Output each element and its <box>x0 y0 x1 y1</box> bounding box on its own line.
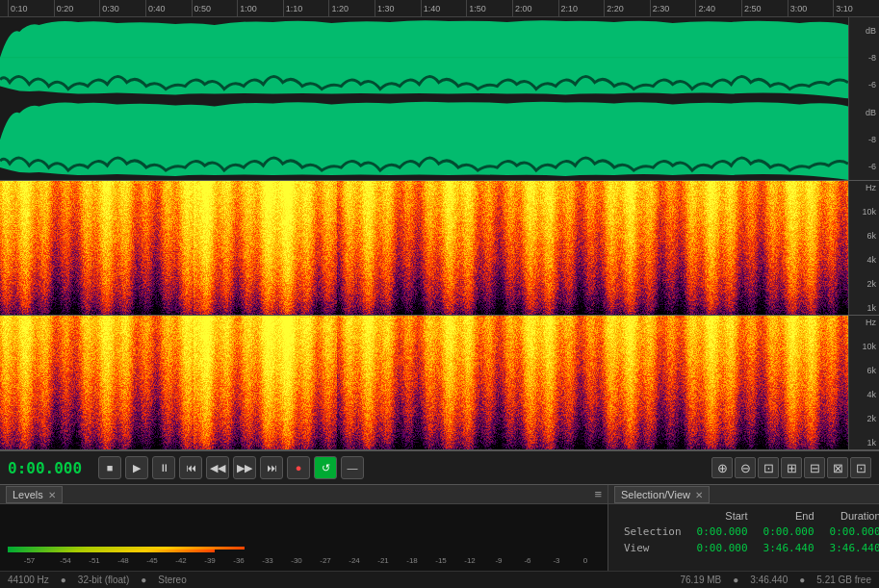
ruler-mark: 1:40 <box>421 0 467 16</box>
play-button[interactable]: ▶ <box>125 456 148 479</box>
selection-view-tab-label: Selection/View <box>621 489 690 500</box>
ruler-mark: 1:00 <box>237 0 283 16</box>
zoom-sel-button[interactable]: ⊞ <box>781 457 802 478</box>
separator3: ● <box>733 575 738 585</box>
levels-header: Levels ✕ ≡ <box>0 485 608 504</box>
hz-label-4k2: 4k <box>866 390 876 399</box>
ruler-mark: 0:30 <box>99 0 145 16</box>
zoom-fit-button[interactable]: ⊡ <box>758 457 779 478</box>
hz-label-4k1: 4k <box>866 255 876 265</box>
level-mark: -57 <box>8 556 51 565</box>
sv-selection-row: Selection 0:00.000 0:00.000 0:00.000 <box>616 524 879 540</box>
next-button[interactable]: ▶▶ <box>233 456 256 479</box>
ruler-mark: 2:20 <box>604 0 650 16</box>
level-mark: -36 <box>224 556 253 565</box>
skip-start-button[interactable]: ⏮ <box>179 456 202 479</box>
level-mark: -18 <box>398 556 427 565</box>
level-mark: -51 <box>80 556 109 565</box>
levels-content: -57 -54 -51 -48 -45 -42 -39 -36 -33 -30 … <box>0 504 608 571</box>
sv-selection-end[interactable]: 0:00.000 <box>756 524 822 540</box>
channels: Stereo <box>158 575 186 585</box>
sv-view-row: View 0:00.000 3:46.440 3:46.440 <box>616 540 879 556</box>
spectrogram-1: Hz 10k 6k 4k 2k 1k <box>0 181 879 316</box>
levels-close-button[interactable]: ✕ <box>48 490 56 500</box>
separator4: ● <box>799 575 805 585</box>
db-label-minus8-top: -8 <box>868 53 876 63</box>
hz-label-hz2: Hz <box>866 318 876 327</box>
pause-button[interactable]: ⏸ <box>152 456 175 479</box>
duration: 3:46.440 <box>750 575 788 585</box>
db-label: dB <box>866 26 876 36</box>
sv-content: Start End Duration Selection 0:00.000 0:… <box>608 504 879 571</box>
hz-label-hz1: Hz <box>866 183 876 192</box>
db-label-minus8-bot: -8 <box>868 135 876 144</box>
spectrogram-2: Hz 10k 6k 4k 2k 1k <box>0 316 879 450</box>
prev-button[interactable]: ◀◀ <box>206 456 229 479</box>
sv-end-header: End <box>756 508 822 524</box>
zoom-extra1-button[interactable]: ⊠ <box>827 457 848 478</box>
levels-tab[interactable]: Levels ✕ <box>6 486 63 503</box>
sv-duration-header: Duration <box>822 508 879 524</box>
hz-labels-2: Hz 10k 6k 4k 2k 1k <box>848 316 879 449</box>
sv-selection-duration[interactable]: 0:00.000 <box>822 524 879 540</box>
hz-label-10k1: 10k <box>862 207 876 217</box>
level-mark: -21 <box>369 556 398 565</box>
disk-free: 5.21 GB free <box>816 575 871 585</box>
sv-view-end[interactable]: 3:46.440 <box>756 540 822 556</box>
sample-rate: 44100 Hz <box>8 575 49 585</box>
level-mark: -33 <box>253 556 282 565</box>
ruler-mark: 1:10 <box>283 0 329 16</box>
sv-empty-header <box>616 508 689 524</box>
silence-button[interactable]: — <box>341 456 364 479</box>
level-mark: -24 <box>340 556 369 565</box>
hz-label-6k1: 6k <box>866 231 876 241</box>
sv-view-start[interactable]: 0:00.000 <box>689 540 756 556</box>
level-mark: -12 <box>455 556 484 565</box>
zoom-controls: ⊕ ⊖ ⊡ ⊞ ⊟ ⊠ ⊡ <box>711 457 871 478</box>
ruler-marks: 0:100:200:300:400:501:001:101:201:301:40… <box>8 0 879 16</box>
timeline-ruler: 0:100:200:300:400:501:001:101:201:301:40… <box>0 0 879 17</box>
level-mark: -27 <box>311 556 340 565</box>
level-mark: -39 <box>195 556 224 565</box>
sv-view-label: View <box>616 540 689 556</box>
ruler-mark: 3:00 <box>788 0 834 16</box>
zoom-in-button[interactable]: ⊕ <box>711 457 733 478</box>
ruler-mark: 0:40 <box>145 0 192 16</box>
waveform-area[interactable]: dB -8 -6 dB -8 -6 <box>0 17 879 181</box>
ruler-mark: 1:20 <box>328 0 375 16</box>
hz-label-10k2: 10k <box>862 342 876 351</box>
db-labels-waveform: dB -8 -6 dB -8 -6 <box>848 17 879 180</box>
selection-view-tab[interactable]: Selection/View ✕ <box>614 486 710 503</box>
levels-ruler: -57 -54 -51 -48 -45 -42 -39 -36 -33 -30 … <box>4 554 604 567</box>
sv-view-duration[interactable]: 3:46.440 <box>822 540 879 556</box>
transport-bar: 0:00.000 ■ ▶ ⏸ ⏮ ◀◀ ▶▶ ⏭ ● ↺ — ⊕ ⊖ ⊡ ⊞ ⊟… <box>0 450 879 485</box>
status-bar: 44100 Hz ● 32-bit (float) ● Stereo 76.19… <box>0 571 879 588</box>
sv-selection-label: Selection <box>616 524 689 540</box>
sv-close-button[interactable]: ✕ <box>695 490 703 500</box>
selection-view-panel: Selection/View ✕ Start End Duration Sele… <box>608 485 879 571</box>
db-label-minus6-top: -6 <box>868 80 876 89</box>
hz-labels-1: Hz 10k 6k 4k 2k 1k <box>848 181 879 315</box>
ruler-mark: 0:20 <box>54 0 100 16</box>
stop-button[interactable]: ■ <box>98 456 121 479</box>
sv-selection-start[interactable]: 0:00.000 <box>689 524 756 540</box>
zoom-extra2-button[interactable]: ⊡ <box>850 457 871 478</box>
zoom-out-button[interactable]: ⊖ <box>735 457 756 478</box>
ruler-mark: 2:30 <box>650 0 696 16</box>
skip-end-button[interactable]: ⏭ <box>260 456 283 479</box>
hz-label-6k2: 6k <box>866 366 876 375</box>
sv-start-header: Start <box>689 508 756 524</box>
hz-label-2k2: 2k <box>866 414 876 423</box>
levels-menu-button[interactable]: ≡ <box>594 487 602 501</box>
ruler-mark: 2:40 <box>695 0 741 16</box>
loop-button[interactable]: ↺ <box>314 456 337 479</box>
level-mark: -45 <box>138 556 167 565</box>
bit-depth: 32-bit (float) <box>78 575 129 585</box>
levels-tab-label: Levels <box>13 489 43 500</box>
ruler-mark: 2:00 <box>512 0 558 16</box>
zoom-reset-button[interactable]: ⊟ <box>804 457 825 478</box>
waveform-svg <box>0 17 848 180</box>
record-button[interactable]: ● <box>287 456 310 479</box>
ruler-mark: 0:50 <box>192 0 238 16</box>
level-mark: -42 <box>167 556 195 565</box>
